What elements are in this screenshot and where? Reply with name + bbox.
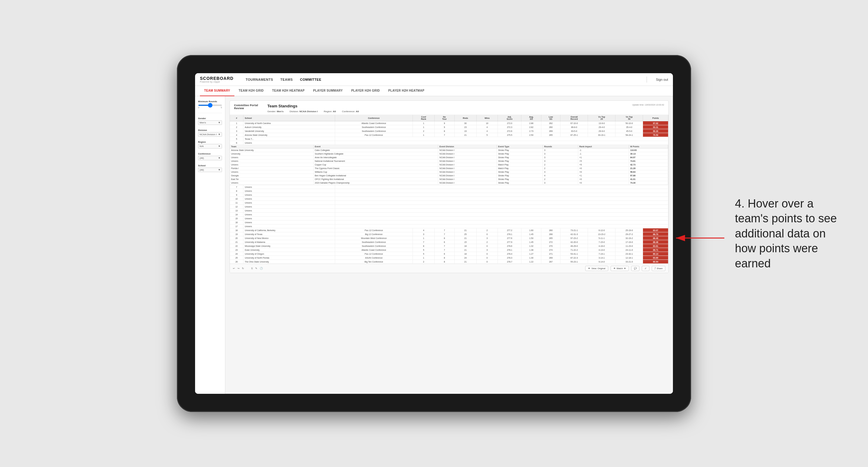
redo-icon[interactable]: ↪	[238, 267, 240, 270]
tablet-screen: SCOREBOARD Powered by clippd TOURNAMENTS…	[195, 73, 673, 394]
col-avg-sg: Avg.SG	[521, 115, 541, 121]
copy-icon[interactable]: ⎘	[251, 267, 253, 270]
comment-btn[interactable]: 💬	[631, 266, 639, 271]
tab-team-summary[interactable]: TEAM SUMMARY	[200, 86, 235, 96]
report-title-section: Committee Portal Review	[234, 104, 267, 110]
table-row[interactable]: 20 University of New Mexico Mountain Wes…	[230, 236, 669, 240]
logo-area: SCOREBOARD Powered by clippd	[200, 76, 234, 83]
division-section: Division NCAA Division I ▼	[198, 129, 222, 137]
table-row[interactable]: 22 Mississippi State University Southeas…	[230, 244, 669, 248]
filter-row: Gender: Men's Division: NCAA Division I …	[267, 110, 632, 113]
table-row[interactable]: 10Univers	[230, 197, 669, 201]
table-row[interactable]: 7Univers	[230, 185, 669, 189]
table-row[interactable]: 23 Duke University Atlantic Coast Confer…	[230, 248, 669, 252]
tablet-frame: SCOREBOARD Powered by clippd TOURNAMENTS…	[177, 55, 691, 412]
table-row[interactable]: 14Univers	[230, 213, 669, 217]
table-row[interactable]: 12Univers	[230, 205, 669, 209]
table-header-row: # School Conference ConfRank NoTour Rnds…	[230, 115, 669, 121]
division-select[interactable]: NCAA Division I ▼	[198, 132, 222, 137]
col-rnds: Rnds	[455, 115, 477, 121]
sub-table-row: Florida I The Cypress Point Classic NCAA…	[230, 167, 668, 170]
undo-icon[interactable]: ↩	[233, 267, 235, 270]
update-time: Update time: 13/03/2024 10:03:42	[632, 104, 664, 106]
tab-team-h2h-grid[interactable]: TEAM H2H GRID	[235, 86, 268, 96]
col-vs50: Vs Top50	[616, 115, 643, 121]
share-btn[interactable]: ⤴ Share	[652, 266, 665, 271]
school-select[interactable]: (All) ▼	[198, 167, 222, 172]
min-rounds-section: Minimum Rounds 0 5	[198, 100, 222, 108]
nav-divider	[647, 76, 647, 83]
top-nav: SCOREBOARD Powered by clippd TOURNAMENTS…	[195, 73, 673, 86]
col-rank: #	[230, 115, 244, 121]
nav-items: TOURNAMENTS TEAMS COMMITTEE	[246, 76, 638, 83]
view-original-btn[interactable]: 👁 View: Original	[585, 266, 608, 271]
min-rounds-slider[interactable]	[198, 105, 222, 106]
content-panel: Committee Portal Review Team Standings G…	[225, 96, 673, 394]
sidebar: Minimum Rounds 0 5 Gender Men's ▼	[195, 96, 225, 394]
table-row[interactable]: 21 University of Alabama Southeastern Co…	[230, 240, 669, 244]
table-row[interactable]: 24 University of Oregon Pac-12 Conferenc…	[230, 252, 669, 256]
sub-table-row: Univers Copper Cup NCAA Division I Match…	[230, 163, 668, 167]
col-points: Points	[643, 115, 669, 121]
school-section: School (All) ▼	[198, 164, 222, 172]
col-vs25: Vs Top25	[588, 115, 616, 121]
comment-icon: 💬	[634, 267, 637, 270]
watch-icon: 👁	[613, 267, 616, 270]
sub-table-row: Univers 2023 Sahalee Players Championshi…	[230, 181, 668, 185]
gender-select[interactable]: Men's ▼	[198, 120, 222, 125]
nav-teams[interactable]: TEAMS	[280, 76, 293, 83]
sub-table-row: East Ter OFCC Fighting Illini Invitation…	[230, 178, 668, 181]
tab-player-h2h-heatmap[interactable]: PLAYER H2H HEATMAP	[384, 86, 429, 96]
col-school: School	[244, 115, 335, 121]
tab-player-h2h-grid[interactable]: PLAYER H2H GRID	[347, 86, 384, 96]
watch-btn[interactable]: 👁 Watch ▼	[611, 266, 629, 271]
table-row[interactable]: 1 University of North Carolina Atlantic …	[230, 121, 669, 125]
expand-btn[interactable]: ⤢	[642, 266, 649, 271]
table-row[interactable]: 26 The Ohio State University Big Ten Con…	[230, 260, 669, 264]
share-icon: ⤴	[654, 267, 656, 270]
table-row[interactable]: 13Univers	[230, 209, 669, 213]
table-row[interactable]: 5Texas T...	[230, 137, 669, 141]
division-label: Division	[198, 129, 222, 131]
sidebar-divider-1	[198, 113, 222, 113]
edit-icon[interactable]: ✎	[255, 267, 257, 270]
conference-select[interactable]: (All) ▼	[198, 156, 222, 160]
refresh-icon[interactable]: ↻	[242, 267, 244, 270]
col-overall: OverallRecord	[560, 115, 588, 121]
sub-table-row: Univers Amer An Intercollegiate NCAA Div…	[230, 156, 668, 159]
table-row[interactable]: 9Univers	[230, 193, 669, 197]
table-row[interactable]: 18 University of California, Berkeley Pa…	[230, 228, 669, 232]
region-label: Region	[198, 141, 222, 143]
table-row[interactable]: 11Univers	[230, 201, 669, 205]
col-low-sg: LowSG	[541, 115, 560, 121]
expanded-details-row: Team Event Event Division Event Type Rou…	[230, 145, 669, 185]
tab-team-h2h-heatmap[interactable]: TEAM H2H HEATMAP	[268, 86, 309, 96]
nav-committee[interactable]: COMMITTEE	[300, 76, 321, 83]
main-content: Minimum Rounds 0 5 Gender Men's ▼	[195, 96, 673, 394]
gender-section: Gender Men's ▼	[198, 117, 222, 125]
table-row[interactable]: 2 Auburn University Southeastern Confere…	[230, 125, 669, 129]
sign-out-link[interactable]: Sign out	[656, 78, 668, 81]
table-row[interactable]: 25 University of North Florida ASUN Conf…	[230, 256, 669, 260]
table-row[interactable]: 4 Arizona State University Pac-12 Confer…	[230, 133, 669, 137]
col-conf-rank: ConfRank	[413, 115, 435, 121]
standings-table: # School Conference ConfRank NoTour Rnds…	[230, 115, 669, 264]
logo-text: SCOREBOARD	[200, 76, 234, 81]
table-row[interactable]: 15Univers	[230, 217, 669, 220]
nav-tournaments[interactable]: TOURNAMENTS	[246, 76, 273, 83]
conference-label: Conference	[198, 153, 222, 155]
sub-nav: TEAM SUMMARY TEAM H2H GRID TEAM H2H HEAT…	[195, 86, 673, 96]
tab-player-summary[interactable]: PLAYER SUMMARY	[309, 86, 347, 96]
table-row[interactable]: 8Univers	[230, 189, 669, 193]
report-header: Committee Portal Review Team Standings G…	[230, 101, 669, 115]
table-row[interactable]: 3 Vanderbilt University Southeastern Con…	[230, 129, 669, 133]
annotation-area: 4. Hover over a team's points to see add…	[735, 196, 850, 271]
table-row[interactable]: 6Univers	[230, 141, 669, 145]
table-row[interactable]: 16Univers	[230, 220, 669, 224]
col-adj-score: Adj.Score	[498, 115, 521, 121]
school-label: School	[198, 164, 222, 167]
table-row[interactable]: 19 University of Texas Big 12 Conference…	[230, 232, 669, 236]
region-select[interactable]: N/A ▼	[198, 144, 222, 149]
standings-header: Team Standings Gender: Men's Division: N…	[267, 104, 632, 113]
table-row[interactable]: 17Univers	[230, 224, 669, 228]
